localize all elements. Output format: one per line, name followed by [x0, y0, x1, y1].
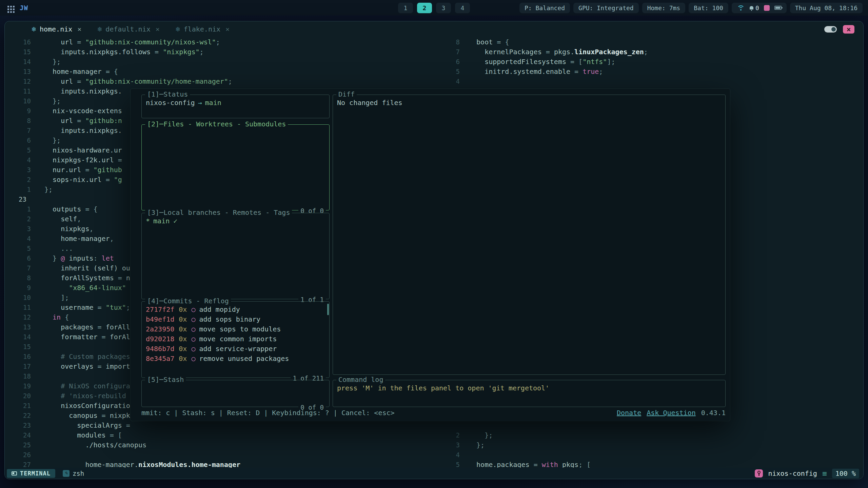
workspace-3[interactable]: 3 [436, 3, 451, 13]
panel-command-log-title: Command log [336, 375, 385, 384]
code-line: 24 modules = [ [5, 430, 446, 440]
code-line: 4 [446, 76, 863, 86]
window-toggle[interactable] [824, 26, 837, 33]
commit-row[interactable]: d9202180x○move common imports [146, 334, 325, 344]
code-line: 27 home-manager.nixosModules.home-manage… [5, 460, 446, 468]
window-close-button[interactable]: × [843, 25, 854, 34]
wifi-icon[interactable] [737, 5, 745, 11]
panel-stash[interactable]: [5]─Stash 0 of 0 [141, 380, 330, 407]
diff-content: No changed files [333, 95, 725, 111]
commits-scrollbar[interactable] [327, 304, 329, 315]
donate-link[interactable]: Donate [617, 409, 641, 417]
panel-stash-title: [5]─Stash [145, 375, 186, 384]
shell-icon: ✎ [63, 470, 70, 477]
version-label: 0.43.1 [701, 409, 726, 417]
panel-commits-title: [4]─Commits - Reflog [145, 297, 231, 305]
panel-command-log[interactable]: Command log press 'M' in the files panel… [333, 380, 726, 407]
tab-flake-nix[interactable]: ❄ flake.nix × [170, 21, 235, 37]
nix-snowflake-icon: ❄ [175, 25, 181, 33]
nix-snowflake-icon: ❄ [97, 25, 102, 33]
ask-question-link[interactable]: Ask Question [647, 409, 696, 417]
tab-label: home.nix [40, 25, 72, 33]
bell-icon [750, 6, 753, 9]
code-line: 7 kernelPackages = pkgs.linuxPackages_ze… [446, 47, 863, 57]
code-line: 15 inputs.nixpkgs.follows = "nixpkgs"; [5, 47, 446, 57]
gpu-status: GPU: Integrated [573, 3, 639, 13]
terminal-window: ❄ home.nix × ❄ default.nix × ❄ flake.nix… [4, 21, 864, 479]
command-log-content: press 'M' in the files panel to open 'gi… [333, 380, 725, 396]
tab-close-icon[interactable]: × [156, 25, 160, 33]
repo-name: nixos-config [768, 469, 817, 477]
commit-row[interactable]: b49ef1d0x○add sops binary [146, 314, 325, 324]
panel-files-title: [2]─Files - Worktrees - Submodules [145, 120, 288, 128]
keybindings-hint: mmit: c | Stash: s | Reset: D | Keybindi… [141, 409, 395, 417]
accent-chip-icon[interactable] [764, 5, 770, 11]
code-line: 13 home-manager = { [5, 66, 446, 76]
system-tray: 0 [732, 3, 787, 13]
tab-close-icon[interactable]: × [77, 25, 81, 33]
notifications-indicator[interactable]: 0 [750, 4, 759, 12]
editor-area: 16 url = "github:nix-community/nixos-wsl… [5, 37, 863, 468]
commits-list: 2717f2f0x○add mopidyb49ef1d0x○add sops b… [142, 302, 329, 367]
panel-status[interactable]: [1]─Status nixos-config→main [141, 95, 330, 118]
notification-count: 0 [755, 4, 759, 12]
arrow-icon: → [198, 99, 202, 107]
commit-row[interactable]: 2a239500x○move sops to modules [146, 324, 325, 334]
code-line: 23 specialArgs = [5, 420, 446, 430]
git-icon [755, 469, 763, 477]
terminal-badge[interactable]: TERMINAL [7, 469, 55, 478]
shell-indicator: ✎ zsh [63, 470, 84, 477]
apps-grid-icon[interactable] [5, 4, 14, 12]
panel-files[interactable]: [2]─Files - Worktrees - Submodules 0 of … [141, 124, 330, 210]
lazygit-popup: [1]─Status nixos-config→main [2]─Files -… [131, 89, 730, 421]
panel-status-title: [1]─Status [145, 90, 190, 98]
statusbar: TERMINAL ✎ zsh nixos-config ≡ 100 % [5, 468, 863, 479]
shell-name: zsh [73, 470, 84, 477]
code-line: 14 }; [5, 57, 446, 66]
workspace-switcher: 1 2 3 4 [398, 0, 470, 16]
ping-status: Home: 7ms [642, 3, 686, 13]
clock: Thu Aug 08, 18:16 [790, 3, 863, 13]
panel-diff[interactable]: Diff No changed files [333, 95, 726, 375]
workspace-1[interactable]: 1 [398, 3, 413, 13]
tab-bar: ❄ home.nix × ❄ default.nix × ❄ flake.nix… [5, 21, 863, 37]
tab-label: default.nix [105, 25, 150, 33]
terminal-icon [12, 471, 17, 475]
branch-name: main [205, 99, 221, 107]
repo-name: nixos-config [146, 99, 195, 107]
branch-name: main [153, 217, 170, 225]
check-icon: ✓ [173, 217, 177, 225]
desktop: JW 1 2 3 4 P: Balanced GPU: Integrated H… [0, 0, 868, 488]
tab-label: flake.nix [184, 25, 220, 33]
panel-diff-title: Diff [336, 90, 357, 98]
code-line: 4 [446, 450, 863, 460]
commit-row[interactable]: 2717f2f0x○add mopidy [146, 305, 325, 314]
panel-branches-title: [3]─Local branches - Remotes - Tags [145, 208, 292, 217]
code-line: 3 }; [446, 440, 863, 450]
terminal-badge-label: TERMINAL [20, 470, 51, 477]
code-line: 8 boot = { [446, 37, 863, 47]
power-profile-status: P: Balanced [519, 3, 570, 13]
commit-row[interactable]: 9486b7d0x○add service-wrapper [146, 344, 325, 354]
code-line: 5 home.packages = with pkgs; [ [446, 460, 863, 468]
code-line: 5 initrd.systemd.enable = true; [446, 66, 863, 76]
workspace-2[interactable]: 2 [417, 3, 432, 13]
workspace-4[interactable]: 4 [455, 3, 470, 13]
panel-commits[interactable]: [4]─Commits - Reflog 2717f2f0x○add mopid… [141, 301, 330, 378]
logo-badge[interactable]: JW [20, 4, 28, 12]
code-line: 12 url = "github:nix-community/home-mana… [5, 76, 446, 86]
code-line: 25 ./hosts/canopus [5, 440, 446, 450]
topbar: JW 1 2 3 4 P: Balanced GPU: Integrated H… [0, 0, 868, 16]
nix-snowflake-icon: ❄ [31, 25, 37, 33]
tab-home-nix[interactable]: ❄ home.nix × [26, 21, 87, 37]
lazygit-bottom-bar: mmit: c | Stash: s | Reset: D | Keybindi… [141, 409, 726, 417]
commit-row[interactable]: 8e345a70x○remove unused packages [146, 354, 325, 364]
tab-close-icon[interactable]: × [225, 25, 230, 33]
code-line: 2 }; [446, 430, 863, 440]
battery-icon [774, 6, 782, 10]
tab-default-nix[interactable]: ❄ default.nix × [92, 21, 165, 37]
menu-lines-icon: ≡ [822, 469, 827, 478]
panel-branches[interactable]: [3]─Local branches - Remotes - Tags *mai… [141, 213, 330, 299]
code-line: 6 supportedFilesystems = ["ntfs"]; [446, 57, 863, 66]
current-branch-marker: * [146, 217, 150, 225]
